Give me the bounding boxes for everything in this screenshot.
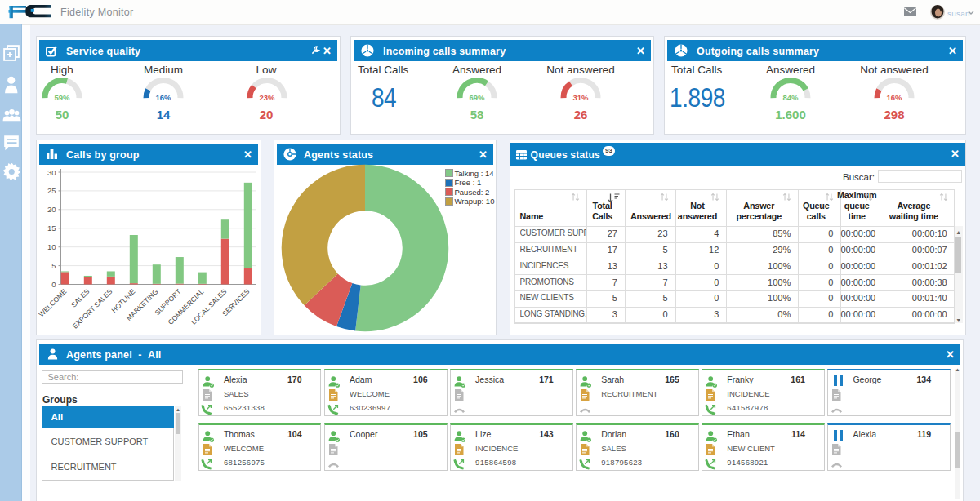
svg-text:25: 25 [47, 186, 56, 195]
svg-text:84%: 84% [782, 93, 799, 102]
svg-text:23%: 23% [259, 93, 275, 102]
svg-text:30: 30 [47, 168, 56, 177]
svg-text:59%: 59% [54, 93, 70, 102]
svg-text:EXPORT SALES: EXPORT SALES [71, 287, 114, 330]
svg-text:16%: 16% [155, 93, 172, 102]
svg-text:SALES: SALES [69, 287, 91, 309]
svg-text:69%: 69% [469, 93, 485, 102]
svg-text:WELCOME: WELCOME [37, 287, 68, 318]
svg-text:0: 0 [51, 280, 56, 289]
svg-text:20: 20 [47, 205, 56, 214]
svg-text:15: 15 [47, 224, 56, 233]
svg-text:31%: 31% [572, 93, 589, 102]
svg-text:16%: 16% [886, 93, 902, 102]
svg-text:10: 10 [47, 242, 56, 251]
svg-text:5: 5 [51, 261, 56, 270]
